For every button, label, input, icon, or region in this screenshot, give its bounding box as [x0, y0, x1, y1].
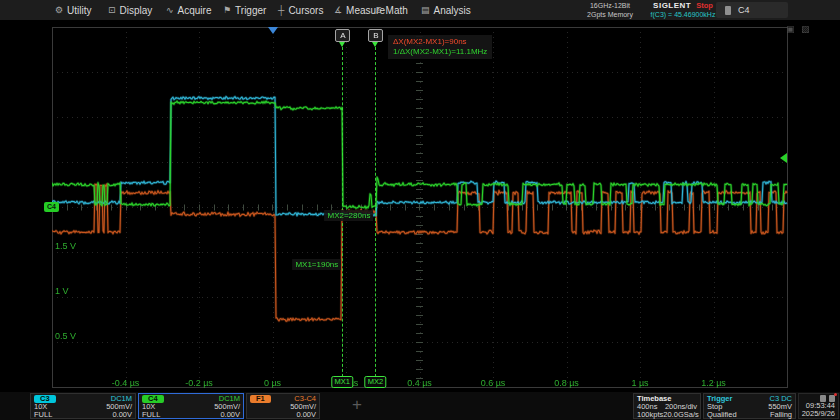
menu-label-display: Display [120, 5, 153, 16]
time-axis-label: -0.2 µs [179, 378, 219, 388]
clock-box[interactable]: 09:53:44 2025/9/26 [798, 393, 839, 419]
trigger-level-marker[interactable] [780, 153, 787, 163]
brand-block: SIGLENT Stop f(C3) = 45.46900kHz [650, 1, 716, 19]
volt-axis-label: 1.5 V [55, 242, 76, 251]
pin-icon[interactable]: ▨ [801, 24, 810, 34]
menu-label-acquire: Acquire [178, 5, 212, 16]
mx1-readout: MX1=190ns [292, 259, 341, 270]
volt-axis-label: 0.5 V [55, 332, 76, 341]
active-channel-chip[interactable]: C4 [716, 2, 788, 18]
cursor-mx1-tag[interactable]: MX1 [332, 376, 353, 388]
channel-box-c4[interactable]: C4DC1M 10X500mV/ FULL0.00V [138, 393, 244, 419]
time-axis-label: 1.2 µs [694, 378, 734, 388]
menu-item-acquire[interactable]: ∿Acquire [166, 0, 211, 20]
add-channel-button[interactable]: + [346, 394, 368, 416]
memory-label: 2Gpts Memory [572, 10, 648, 19]
cursor-mx2-line[interactable] [375, 47, 376, 387]
c3-offset: 0.00V [112, 411, 132, 419]
mx2-readout: MX2=280ns [324, 210, 373, 221]
menu-item-trigger[interactable]: ⚑Trigger [223, 0, 266, 20]
sigma-icon: Σ [376, 5, 382, 15]
channel-box-f1[interactable]: F1C3-C4 500mV/ 0.00V [246, 393, 320, 419]
time-axis-label: 0.4 µs [400, 378, 440, 388]
timebase-points: 100kpts [637, 411, 663, 419]
c4-bandwidth: FULL [142, 411, 160, 419]
acquisition-status: Stop [696, 1, 713, 10]
menu-label-cursors: Cursors [288, 5, 323, 16]
f1-badge: F1 [250, 395, 271, 403]
gear-icon: ⚙ [55, 5, 63, 15]
c4-offset: 0.00V [220, 411, 240, 419]
menu-label-analysis: Analysis [434, 5, 471, 16]
flag-icon: ⚑ [223, 5, 231, 15]
waveform-icon: ∿ [166, 5, 174, 15]
frequency-readout: f(C3) = 45.46900kHz [650, 10, 716, 19]
menu-item-analysis[interactable]: ▤Analysis [421, 0, 471, 20]
timebase-box[interactable]: Timebase 400ns200ns/div 100kpts20.0GSa/s [633, 393, 701, 419]
device-info: 16GHz-12Bit 2Gpts Memory [572, 1, 648, 19]
probe-icon [725, 6, 731, 15]
status-bar: C3DC1M 10X500mV/ FULL0.00V C4DC1M 10X500… [0, 392, 840, 420]
menu-label-math: Math [386, 5, 408, 16]
cursor-b-flag[interactable]: B [368, 29, 383, 42]
menu-item-cursors[interactable]: ┼Cursors [278, 0, 323, 20]
brand-logo: SIGLENT [653, 1, 691, 10]
time-axis-label: -0.4 µs [106, 378, 146, 388]
c3-bandwidth: FULL [34, 411, 52, 419]
trigger-box[interactable]: TriggerC3 DC Stop550mV QualifiedFalling [703, 393, 796, 419]
menu-bar: ⚙Utility ⊡Display ∿Acquire ⚑Trigger ┼Cur… [0, 0, 840, 20]
active-channel-label: C4 [738, 5, 750, 15]
time-axis-label: 0 µs [253, 378, 293, 388]
menu-item-math[interactable]: ΣMath [376, 0, 408, 20]
time-axis-label: 0.8 µs [547, 378, 587, 388]
display-icon: ⊡ [108, 5, 116, 15]
waveform-display[interactable] [52, 27, 788, 388]
clock-date: 2025/9/26 [802, 410, 835, 418]
volt-axis-label: 1 V [55, 287, 69, 296]
angle-icon: ∡ [334, 5, 342, 15]
time-axis-label: 1 µs [620, 378, 660, 388]
menu-label-trigger: Trigger [235, 5, 266, 16]
trigger-slope: Falling [770, 411, 792, 419]
lock-icon [820, 395, 826, 402]
crosshair-icon: ┼ [278, 5, 284, 15]
notification-icon [829, 395, 835, 402]
menu-item-utility[interactable]: ⚙Utility [55, 0, 92, 20]
analysis-icon: ▤ [421, 5, 430, 15]
snapshot-icon[interactable]: ▣ [786, 24, 795, 34]
menu-item-display[interactable]: ⊡Display [108, 0, 152, 20]
oscilloscope-screen: ⚙Utility ⊡Display ∿Acquire ⚑Trigger ┼Cur… [0, 0, 840, 420]
bandwidth-label: 16GHz-12Bit [572, 1, 648, 10]
f1-offset: 0.00V [296, 411, 316, 419]
timebase-rate: 20.0GSa/s [663, 411, 698, 419]
cursor-mx2-tag[interactable]: MX2 [365, 376, 386, 388]
trigger-position-marker[interactable] [268, 27, 278, 34]
cursor-delta-readout: ΔX(MX2-MX1)=90ns 1/ΔX(MX2-MX1)=11.1MHz [388, 35, 492, 59]
channel-box-c3[interactable]: C3DC1M 10X500mV/ FULL0.00V [30, 393, 136, 419]
time-axis-label: 0.6 µs [473, 378, 513, 388]
menu-label-utility: Utility [67, 5, 91, 16]
c4-ground-marker[interactable]: C4 [44, 202, 59, 212]
cursor-a-flag[interactable]: A [335, 29, 350, 42]
delta-x-value: ΔX(MX2-MX1)=90ns [393, 37, 487, 47]
inverse-delta-x-value: 1/ΔX(MX2-MX1)=11.1MHz [393, 47, 487, 57]
trigger-mode: Qualified [707, 411, 737, 419]
